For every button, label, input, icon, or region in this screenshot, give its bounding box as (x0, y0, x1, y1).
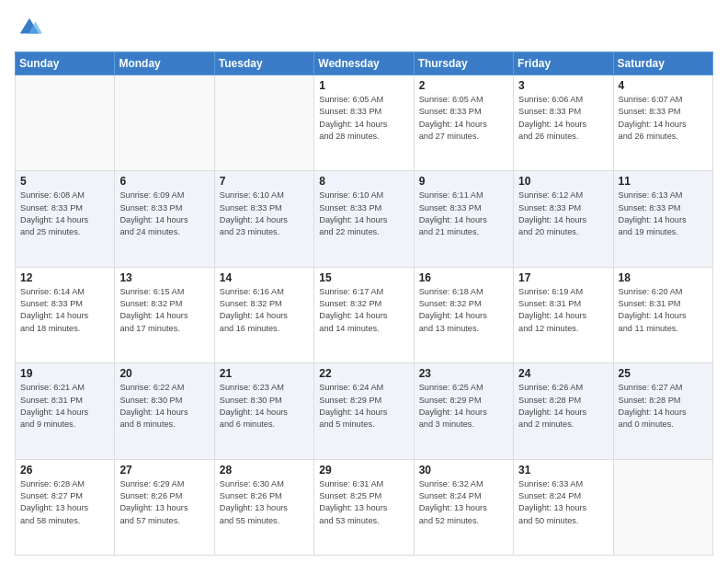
calendar-cell: 9Sunrise: 6:11 AMSunset: 8:33 PMDaylight… (414, 171, 513, 267)
calendar-cell: 18Sunrise: 6:20 AMSunset: 8:31 PMDayligh… (613, 267, 712, 362)
day-info: Sunrise: 6:16 AMSunset: 8:32 PMDaylight:… (220, 286, 309, 335)
day-info: Sunrise: 6:27 AMSunset: 8:28 PMDaylight:… (619, 382, 708, 431)
calendar-cell: 14Sunrise: 6:16 AMSunset: 8:32 PMDayligh… (214, 267, 313, 362)
calendar-cell: 31Sunrise: 6:33 AMSunset: 8:24 PMDayligh… (514, 459, 613, 555)
calendar-cell: 19Sunrise: 6:21 AMSunset: 8:31 PMDayligh… (16, 363, 115, 459)
day-number: 17 (518, 271, 608, 284)
weekday-header-wednesday: Wednesday (314, 52, 414, 75)
day-number: 13 (119, 271, 209, 284)
day-info: Sunrise: 6:12 AMSunset: 8:33 PMDaylight:… (518, 190, 608, 238)
day-info: Sunrise: 6:07 AMSunset: 8:33 PMDaylight:… (619, 94, 708, 143)
week-row-5: 26Sunrise: 6:28 AMSunset: 8:27 PMDayligh… (16, 459, 713, 555)
day-number: 9 (419, 175, 508, 188)
day-number: 31 (518, 464, 608, 477)
calendar-cell (115, 75, 214, 171)
day-info: Sunrise: 6:26 AMSunset: 8:28 PMDaylight:… (518, 382, 608, 431)
day-info: Sunrise: 6:14 AMSunset: 8:33 PMDaylight:… (20, 286, 109, 335)
day-number: 5 (20, 175, 109, 188)
day-info: Sunrise: 6:09 AMSunset: 8:33 PMDaylight:… (119, 190, 209, 238)
calendar-table: SundayMondayTuesdayWednesdayThursdayFrid… (15, 52, 713, 556)
calendar-cell: 17Sunrise: 6:19 AMSunset: 8:31 PMDayligh… (514, 267, 613, 362)
calendar-cell: 25Sunrise: 6:27 AMSunset: 8:28 PMDayligh… (613, 363, 712, 459)
day-info: Sunrise: 6:05 AMSunset: 8:33 PMDaylight:… (419, 94, 508, 143)
day-number: 18 (619, 271, 708, 284)
day-number: 26 (20, 464, 109, 477)
weekday-header-friday: Friday (514, 52, 613, 75)
day-number: 1 (319, 79, 408, 92)
logo-icon (17, 15, 42, 40)
day-info: Sunrise: 6:17 AMSunset: 8:32 PMDaylight:… (319, 286, 408, 335)
weekday-header-saturday: Saturday (613, 52, 712, 75)
calendar-cell: 28Sunrise: 6:30 AMSunset: 8:26 PMDayligh… (214, 459, 313, 555)
calendar-cell: 20Sunrise: 6:22 AMSunset: 8:30 PMDayligh… (115, 363, 214, 459)
calendar-cell: 30Sunrise: 6:32 AMSunset: 8:24 PMDayligh… (414, 459, 513, 555)
calendar-cell: 7Sunrise: 6:10 AMSunset: 8:33 PMDaylight… (214, 171, 313, 267)
day-info: Sunrise: 6:30 AMSunset: 8:26 PMDaylight:… (220, 478, 309, 527)
day-number: 16 (419, 271, 508, 284)
day-number: 8 (319, 175, 408, 188)
calendar-cell: 29Sunrise: 6:31 AMSunset: 8:25 PMDayligh… (314, 459, 414, 555)
day-number: 25 (619, 367, 708, 380)
weekday-header-tuesday: Tuesday (214, 52, 313, 75)
calendar-cell: 27Sunrise: 6:29 AMSunset: 8:26 PMDayligh… (115, 459, 214, 555)
calendar-cell (16, 75, 115, 171)
week-row-3: 12Sunrise: 6:14 AMSunset: 8:33 PMDayligh… (16, 267, 713, 362)
day-info: Sunrise: 6:21 AMSunset: 8:31 PMDaylight:… (20, 382, 109, 431)
day-number: 7 (220, 175, 309, 188)
day-number: 10 (518, 175, 608, 188)
weekday-header-row: SundayMondayTuesdayWednesdayThursdayFrid… (16, 52, 713, 75)
weekday-header-sunday: Sunday (16, 52, 115, 75)
calendar-cell: 16Sunrise: 6:18 AMSunset: 8:32 PMDayligh… (414, 267, 513, 362)
day-info: Sunrise: 6:15 AMSunset: 8:32 PMDaylight:… (119, 286, 209, 335)
day-info: Sunrise: 6:11 AMSunset: 8:33 PMDaylight:… (419, 190, 508, 238)
calendar-cell: 15Sunrise: 6:17 AMSunset: 8:32 PMDayligh… (314, 267, 414, 362)
week-row-4: 19Sunrise: 6:21 AMSunset: 8:31 PMDayligh… (16, 363, 713, 459)
day-number: 29 (319, 464, 408, 477)
calendar-cell: 2Sunrise: 6:05 AMSunset: 8:33 PMDaylight… (414, 75, 513, 171)
day-number: 22 (319, 367, 408, 380)
day-number: 4 (619, 79, 708, 92)
day-number: 28 (220, 464, 309, 477)
day-number: 11 (619, 175, 708, 188)
week-row-1: 1Sunrise: 6:05 AMSunset: 8:33 PMDaylight… (16, 75, 713, 171)
day-number: 20 (119, 367, 209, 380)
calendar-cell: 21Sunrise: 6:23 AMSunset: 8:30 PMDayligh… (214, 363, 313, 459)
calendar-cell: 12Sunrise: 6:14 AMSunset: 8:33 PMDayligh… (16, 267, 115, 362)
day-number: 24 (518, 367, 608, 380)
calendar-cell: 8Sunrise: 6:10 AMSunset: 8:33 PMDaylight… (314, 171, 414, 267)
calendar-cell: 10Sunrise: 6:12 AMSunset: 8:33 PMDayligh… (514, 171, 613, 267)
day-number: 14 (220, 271, 309, 284)
calendar-cell: 5Sunrise: 6:08 AMSunset: 8:33 PMDaylight… (16, 171, 115, 267)
week-row-2: 5Sunrise: 6:08 AMSunset: 8:33 PMDaylight… (16, 171, 713, 267)
page: SundayMondayTuesdayWednesdayThursdayFrid… (0, 0, 728, 563)
calendar-cell: 1Sunrise: 6:05 AMSunset: 8:33 PMDaylight… (314, 75, 414, 171)
calendar-cell: 23Sunrise: 6:25 AMSunset: 8:29 PMDayligh… (414, 363, 513, 459)
day-number: 21 (220, 367, 309, 380)
day-number: 23 (419, 367, 508, 380)
weekday-header-thursday: Thursday (414, 52, 513, 75)
day-number: 12 (20, 271, 109, 284)
day-info: Sunrise: 6:19 AMSunset: 8:31 PMDaylight:… (518, 286, 608, 335)
calendar-cell: 4Sunrise: 6:07 AMSunset: 8:33 PMDaylight… (613, 75, 712, 171)
day-info: Sunrise: 6:06 AMSunset: 8:33 PMDaylight:… (518, 94, 608, 143)
calendar-cell: 22Sunrise: 6:24 AMSunset: 8:29 PMDayligh… (314, 363, 414, 459)
day-number: 27 (119, 464, 209, 477)
day-info: Sunrise: 6:25 AMSunset: 8:29 PMDaylight:… (419, 382, 508, 431)
day-info: Sunrise: 6:28 AMSunset: 8:27 PMDaylight:… (20, 478, 109, 527)
day-info: Sunrise: 6:10 AMSunset: 8:33 PMDaylight:… (220, 190, 309, 238)
calendar-cell (214, 75, 313, 171)
day-info: Sunrise: 6:31 AMSunset: 8:25 PMDaylight:… (319, 478, 408, 527)
calendar-cell: 24Sunrise: 6:26 AMSunset: 8:28 PMDayligh… (514, 363, 613, 459)
day-info: Sunrise: 6:32 AMSunset: 8:24 PMDaylight:… (419, 478, 508, 527)
weekday-header-monday: Monday (115, 52, 214, 75)
day-info: Sunrise: 6:29 AMSunset: 8:26 PMDaylight:… (119, 478, 209, 527)
day-info: Sunrise: 6:24 AMSunset: 8:29 PMDaylight:… (319, 382, 408, 431)
day-info: Sunrise: 6:08 AMSunset: 8:33 PMDaylight:… (20, 190, 109, 238)
day-info: Sunrise: 6:05 AMSunset: 8:33 PMDaylight:… (319, 94, 408, 143)
day-info: Sunrise: 6:13 AMSunset: 8:33 PMDaylight:… (619, 190, 708, 238)
day-info: Sunrise: 6:23 AMSunset: 8:30 PMDaylight:… (220, 382, 309, 431)
day-number: 30 (419, 464, 508, 477)
calendar-cell: 6Sunrise: 6:09 AMSunset: 8:33 PMDaylight… (115, 171, 214, 267)
day-number: 3 (518, 79, 608, 92)
calendar-cell: 3Sunrise: 6:06 AMSunset: 8:33 PMDaylight… (514, 75, 613, 171)
